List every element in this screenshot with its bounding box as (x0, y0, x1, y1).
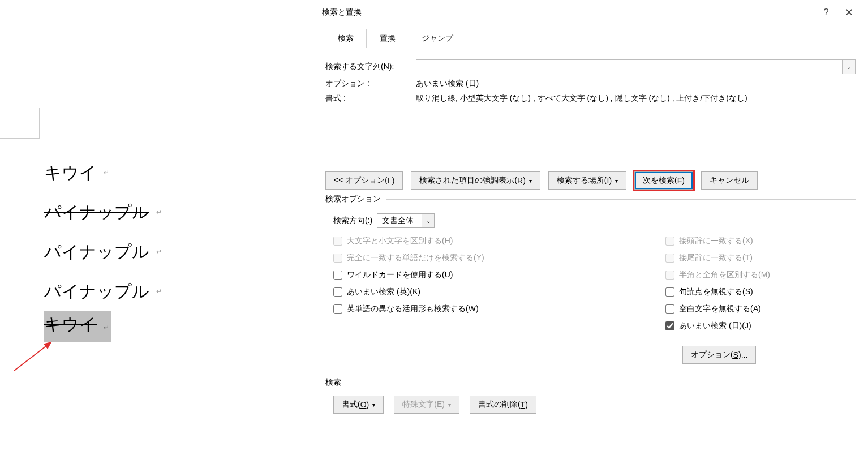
opt-word-forms[interactable]: 英単語の異なる活用形も検索する(W) (333, 304, 665, 314)
format-row-value: 取り消し線, 小型英大文字 (なし) , すべて大文字 (なし) , 隠し文字 … (416, 93, 856, 104)
paragraph-mark: ↵ (104, 153, 109, 192)
format-button[interactable]: 書式(O)▾ (333, 396, 384, 414)
document-page: キウイ↵ パイナップル↵ パイナップル↵ パイナップル↵ キウイ↵ (0, 0, 308, 468)
dialog-buttons-row: << オプション(L) 検索された項目の強調表示(R)▾ 検索する場所(I)▾ … (325, 171, 856, 190)
close-button[interactable]: ✕ (837, 6, 860, 19)
find-history-dropdown[interactable]: ⌄ (842, 59, 856, 74)
find-what-input[interactable] (416, 59, 842, 74)
paragraph-mark: ↵ (104, 324, 109, 332)
paragraph-mark: ↵ (156, 192, 162, 232)
find-form: 検索する文字列(N): ⌄ オプション : あいまい検索 (日) 書式 : 取り… (325, 59, 856, 104)
opt-match-case: 大文字と小文字を区別する(H) (333, 236, 665, 246)
opt-ignore-punct[interactable]: 句読点を無視する(S) (665, 287, 753, 297)
option-row-value: あいまい検索 (日) (416, 79, 856, 89)
opt-match-width: 半角と全角を区別する(M) (665, 270, 770, 280)
paragraph-mark: ↵ (156, 272, 162, 311)
selection-highlight: キウイ↵ (44, 311, 111, 342)
document-text: キウイ↵ パイナップル↵ パイナップル↵ パイナップル↵ キウイ↵ (44, 153, 162, 342)
dialog-titlebar: 検索と置換 ? ✕ (313, 0, 868, 25)
search-direction-select[interactable]: 文書全体 ⌄ (377, 213, 435, 228)
opt-ignore-space[interactable]: 空白文字を無視する(A) (665, 304, 761, 314)
paragraph-mark: ↵ (156, 232, 162, 272)
search-options-title: 検索オプション (325, 194, 856, 204)
doc-line: キウイ↵ (44, 153, 162, 192)
special-button: 特殊文字(E)▾ (394, 396, 459, 414)
svg-line-0 (14, 342, 51, 371)
option-row-label: オプション : (325, 79, 416, 89)
search-options-group: 検索オプション 検索方向(:) 文書全体 ⌄ 大文字と小文字を区別する(H) 完… (325, 194, 856, 367)
format-row-label: 書式 : (325, 93, 416, 104)
opt-match-suffix: 接尾辞に一致する(T) (665, 253, 753, 263)
find-next-button[interactable]: 次を検索(F) (634, 171, 693, 190)
find-in-button[interactable]: 検索する場所(I)▾ (548, 171, 626, 190)
tab-replace[interactable]: 置換 (367, 29, 409, 48)
opt-wildcards[interactable]: ワイルドカードを使用する(U) (333, 270, 665, 280)
no-formatting-button[interactable]: 書式の削除(T) (470, 396, 536, 414)
find-replace-dialog: 検索と置換 ? ✕ 検索 置換 ジャンプ 検索する文字列(N): ⌄ オプション… (313, 0, 868, 468)
tabs: 検索 置換 ジャンプ (325, 28, 856, 48)
search-direction-value: 文書全体 (377, 213, 422, 228)
help-button[interactable]: ? (815, 7, 837, 18)
dialog-title: 検索と置換 (322, 7, 815, 18)
page-corner (0, 108, 40, 139)
opt-match-prefix: 接頭辞に一致する(X) (665, 236, 753, 246)
reading-highlight-button[interactable]: 検索された項目の強調表示(R)▾ (411, 171, 540, 190)
doc-line: パイナップル↵ (44, 192, 162, 232)
tab-goto[interactable]: ジャンプ (409, 29, 466, 48)
opt-sounds-like-en[interactable]: あいまい検索 (英)(K) (333, 287, 665, 297)
opt-whole-word: 完全に一致する単語だけを検索する(Y) (333, 253, 665, 263)
opt-sounds-like-ja[interactable]: あいまい検索 (日)(J) (665, 321, 751, 331)
search-direction-label: 検索方向(:) (333, 216, 372, 226)
annotation-arrow (11, 340, 57, 373)
find-what-label: 検索する文字列(N): (325, 62, 416, 72)
doc-line: パイナップル↵ (44, 272, 162, 311)
cancel-button[interactable]: キャンセル (701, 171, 758, 190)
doc-line: パイナップル↵ (44, 232, 162, 272)
find-format-title: 検索 (325, 377, 856, 388)
fuzzy-options-button[interactable]: オプション(S)... (682, 346, 756, 364)
tab-find[interactable]: 検索 (325, 29, 367, 48)
find-format-group: 検索 書式(O)▾ 特殊文字(E)▾ 書式の削除(T) (325, 377, 856, 417)
chevron-down-icon[interactable]: ⌄ (422, 213, 435, 228)
doc-line: キウイ↵ (44, 311, 162, 342)
less-options-button[interactable]: << オプション(L) (325, 171, 403, 190)
